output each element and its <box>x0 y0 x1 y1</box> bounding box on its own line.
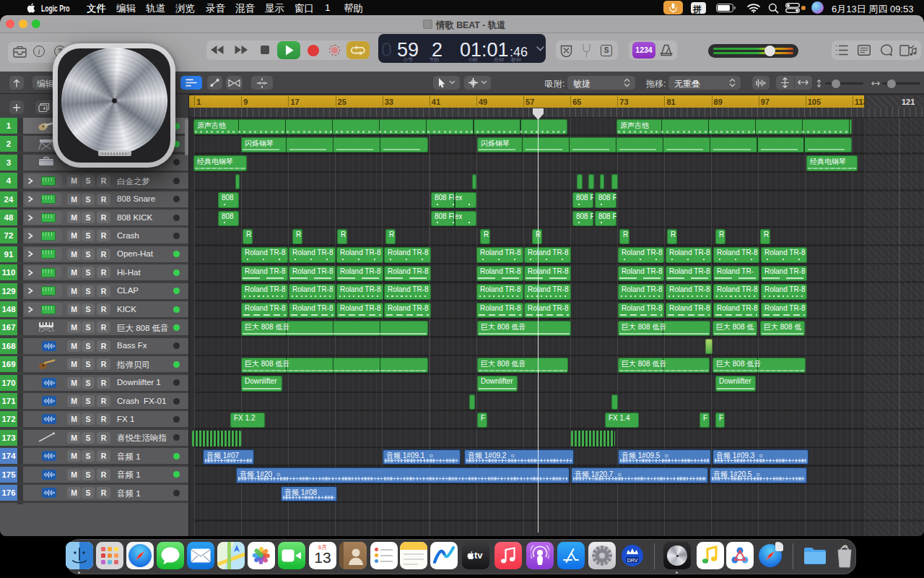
svg-text:DRV: DRV <box>627 558 638 563</box>
